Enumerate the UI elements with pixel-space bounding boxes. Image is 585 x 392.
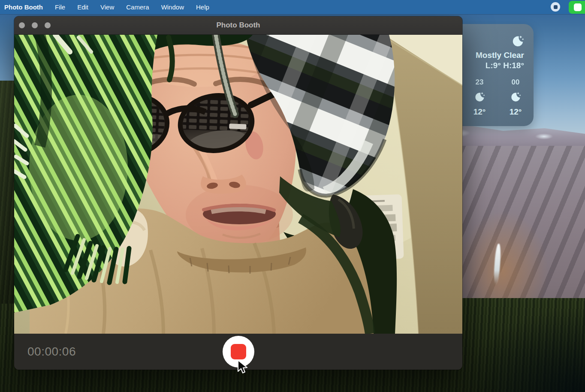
screen-share-indicator-icon[interactable] (569, 1, 585, 14)
menu-item-view[interactable]: View (94, 3, 120, 11)
weather-hour-column: 00 12° (504, 78, 527, 117)
screen-recording-indicator-icon[interactable] (551, 2, 560, 12)
window-titlebar[interactable]: Photo Booth (14, 16, 462, 35)
moon-stars-icon (510, 92, 521, 103)
camera-preview (14, 35, 462, 334)
zoom-button[interactable] (45, 22, 51, 28)
weather-condition: Mostly Clear (476, 51, 524, 60)
traffic-lights (19, 22, 51, 28)
photo-booth-window: Photo Booth (14, 16, 462, 370)
menu-item-help[interactable]: Help (190, 3, 215, 11)
minimize-button[interactable] (32, 22, 38, 28)
menu-item-camera[interactable]: Camera (120, 3, 155, 11)
menu-item-edit[interactable]: Edit (71, 3, 94, 11)
menu-item-file[interactable]: File (49, 3, 71, 11)
menu-bar: Photo Booth File Edit View Camera Window… (0, 0, 585, 14)
recording-controls-bar: 00:00:06 (14, 334, 462, 370)
hour-temp: 12° (468, 107, 491, 117)
hour-temp: 12° (504, 107, 527, 117)
stop-icon (231, 344, 246, 359)
window-title: Photo Booth (14, 16, 462, 34)
stop-recording-button[interactable] (223, 336, 254, 368)
moon-stars-icon (474, 92, 485, 103)
weather-hour-column: 23 12° (468, 78, 491, 117)
menu-item-window[interactable]: Window (155, 3, 190, 11)
hour-label: 23 (468, 78, 491, 87)
weather-widget[interactable]: Mostly Clear L:9° H:18° 23 12° 00 12° (453, 24, 534, 126)
moon-stars-icon (511, 35, 524, 48)
menu-app-name[interactable]: Photo Booth (4, 3, 43, 11)
hour-label: 00 (504, 78, 527, 87)
weather-low-high: L:9° H:18° (485, 61, 524, 70)
weather-hourly-row: 23 12° 00 12° (468, 78, 527, 117)
close-button[interactable] (19, 22, 25, 28)
recording-timer: 00:00:06 (27, 345, 76, 359)
